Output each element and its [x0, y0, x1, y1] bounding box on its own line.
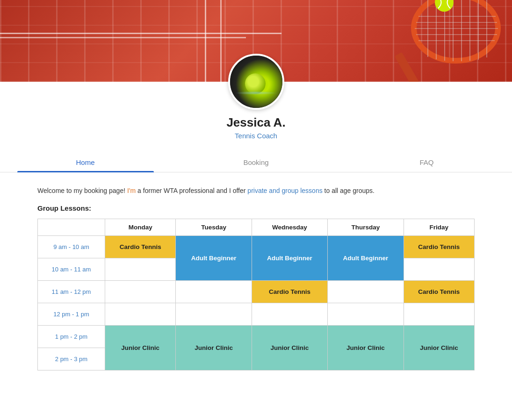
- empty-cell: [252, 303, 327, 326]
- welcome-end: to all age groups.: [323, 187, 375, 194]
- junior-clinic-tue: Junior Clinic: [176, 326, 252, 370]
- avatar: [228, 54, 284, 110]
- empty-cell: [328, 303, 404, 326]
- main-content: Welcome to my booking page! I'm a former…: [0, 185, 512, 389]
- table-header-row: Monday Tuesday Wednesday Thursday Friday: [38, 219, 475, 236]
- adult-beginner-tue: Adult Beginner: [176, 236, 252, 281]
- profile-title: Tennis Coach: [235, 132, 277, 140]
- table-row: 12 pm - 1 pm: [38, 303, 475, 326]
- col-header-tuesday: Tuesday: [176, 219, 252, 236]
- empty-cell: [328, 281, 404, 303]
- junior-clinic-mon: Junior Clinic: [105, 326, 175, 370]
- tab-home[interactable]: Home: [0, 153, 171, 172]
- welcome-private: private and group lessons: [247, 187, 322, 194]
- cardio-tennis-wed: Cardio Tennis: [252, 281, 327, 303]
- junior-clinic-thu: Junior Clinic: [328, 326, 404, 370]
- tabs: Home Booking FAQ: [0, 153, 512, 172]
- svg-point-15: [435, 0, 454, 12]
- time-cell: 1 pm - 2 pm: [38, 326, 105, 348]
- col-header-thursday: Thursday: [328, 219, 404, 236]
- time-cell: 11 am - 12 pm: [38, 281, 105, 303]
- welcome-text: Welcome to my booking page! I'm a former…: [37, 185, 475, 196]
- time-cell: 9 am - 10 am: [38, 236, 105, 258]
- profile-name: Jessica A.: [226, 115, 285, 130]
- schedule-table: Monday Tuesday Wednesday Thursday Friday…: [37, 219, 475, 370]
- empty-cell: [105, 281, 175, 303]
- cardio-tennis-fri: Cardio Tennis: [404, 236, 474, 258]
- empty-cell: [404, 303, 474, 326]
- cardio-tennis-fri2: Cardio Tennis: [404, 281, 474, 303]
- empty-cell: [404, 258, 474, 281]
- tab-booking[interactable]: Booking: [171, 153, 341, 172]
- col-header-wednesday: Wednesday: [252, 219, 327, 236]
- profile-section: Jessica A. Tennis Coach: [0, 82, 512, 153]
- empty-cell: [176, 303, 252, 326]
- time-cell: 12 pm - 1 pm: [38, 303, 105, 326]
- banner-racket-icon: [325, 0, 512, 82]
- welcome-suffix: a former WTA professional and I offer: [137, 187, 247, 194]
- empty-cell: [105, 258, 175, 281]
- adult-beginner-wed: Adult Beginner: [252, 236, 327, 281]
- cardio-tennis-cell: Cardio Tennis: [105, 236, 175, 258]
- table-row: 9 am - 10 am Cardio Tennis Adult Beginne…: [38, 236, 475, 258]
- time-cell: 2 pm - 3 pm: [38, 348, 105, 370]
- table-row: 1 pm - 2 pm Junior Clinic Junior Clinic …: [38, 326, 475, 348]
- svg-rect-14: [395, 52, 423, 82]
- tab-faq[interactable]: FAQ: [341, 153, 512, 172]
- col-header-friday: Friday: [404, 219, 474, 236]
- section-title: Group Lessons:: [37, 204, 475, 212]
- table-row: 11 am - 12 pm Cardio Tennis Cardio Tenni…: [38, 281, 475, 303]
- welcome-me: I'm: [127, 187, 136, 194]
- empty-cell: [105, 303, 175, 326]
- svg-point-0: [414, 0, 498, 61]
- col-header-monday: Monday: [105, 219, 175, 236]
- junior-clinic-wed: Junior Clinic: [252, 326, 327, 370]
- col-header-time: [38, 219, 105, 236]
- time-cell: 10 am - 11 am: [38, 258, 105, 281]
- empty-cell: [176, 281, 252, 303]
- junior-clinic-fri: Junior Clinic: [404, 326, 474, 370]
- adult-beginner-thu: Adult Beginner: [328, 236, 404, 281]
- welcome-prefix: Welcome to my booking page!: [37, 187, 125, 194]
